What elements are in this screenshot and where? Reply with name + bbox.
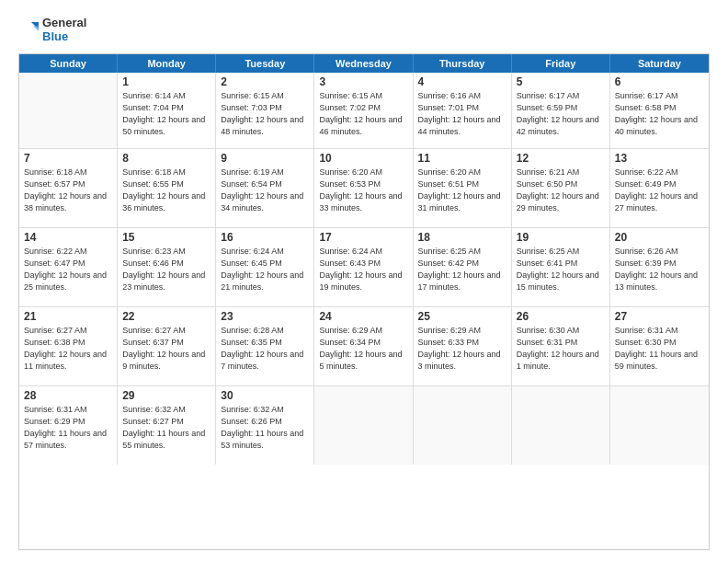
day-number: 29 [122,389,210,402]
day-number: 6 [615,75,704,88]
sun-info: Sunrise: 6:25 AMSunset: 6:41 PMDaylight:… [517,246,605,293]
calendar-row-1: 1Sunrise: 6:14 AMSunset: 7:04 PMDaylight… [19,73,709,148]
day-cell-27: 27Sunrise: 6:31 AMSunset: 6:30 PMDayligh… [610,307,709,385]
day-number: 22 [122,310,210,323]
day-cell-9: 9Sunrise: 6:19 AMSunset: 6:54 PMDaylight… [216,149,314,227]
day-number: 11 [418,152,506,165]
day-number: 25 [418,310,506,323]
empty-cell [414,386,512,465]
day-number: 18 [418,231,506,244]
sun-info: Sunrise: 6:27 AMSunset: 6:38 PMDaylight:… [24,325,112,373]
day-cell-15: 15Sunrise: 6:23 AMSunset: 6:46 PMDayligh… [118,228,216,306]
sun-info: Sunrise: 6:28 AMSunset: 6:35 PMDaylight:… [221,325,309,373]
calendar: SundayMondayTuesdayWednesdayThursdayFrid… [18,53,710,550]
logo-blue: Blue [42,30,86,44]
day-number: 7 [24,152,112,165]
day-number: 14 [24,231,112,244]
day-number: 19 [517,231,605,244]
day-number: 4 [418,75,506,88]
day-cell-26: 26Sunrise: 6:30 AMSunset: 6:31 PMDayligh… [512,307,610,385]
empty-cell [610,386,709,465]
calendar-row-2: 7Sunrise: 6:18 AMSunset: 6:57 PMDaylight… [19,148,709,227]
day-number: 3 [319,75,407,88]
day-cell-24: 24Sunrise: 6:29 AMSunset: 6:34 PMDayligh… [314,307,413,385]
sun-info: Sunrise: 6:26 AMSunset: 6:39 PMDaylight:… [615,246,704,293]
sun-info: Sunrise: 6:23 AMSunset: 6:46 PMDaylight:… [122,246,210,293]
svg-marker-1 [33,26,39,31]
sun-info: Sunrise: 6:21 AMSunset: 6:50 PMDaylight:… [517,167,605,214]
day-number: 12 [517,152,605,165]
day-cell-1: 1Sunrise: 6:14 AMSunset: 7:04 PMDaylight… [118,73,216,148]
sun-info: Sunrise: 6:22 AMSunset: 6:49 PMDaylight:… [615,167,704,214]
day-cell-13: 13Sunrise: 6:22 AMSunset: 6:49 PMDayligh… [610,149,709,227]
logo: General Blue [18,17,86,44]
sun-info: Sunrise: 6:29 AMSunset: 6:33 PMDaylight:… [418,325,506,373]
day-cell-29: 29Sunrise: 6:32 AMSunset: 6:27 PMDayligh… [118,386,216,465]
day-number: 23 [221,310,309,323]
sun-info: Sunrise: 6:15 AMSunset: 7:03 PMDaylight:… [221,90,309,138]
calendar-page: General Blue SundayMondayTuesdayWednesda… [0,0,728,563]
logo-text: General Blue [42,17,86,44]
sun-info: Sunrise: 6:32 AMSunset: 6:26 PMDaylight:… [221,404,309,452]
sun-info: Sunrise: 6:14 AMSunset: 7:04 PMDaylight:… [122,90,210,138]
day-cell-25: 25Sunrise: 6:29 AMSunset: 6:33 PMDayligh… [414,307,512,385]
day-cell-19: 19Sunrise: 6:25 AMSunset: 6:41 PMDayligh… [512,228,610,306]
sun-info: Sunrise: 6:17 AMSunset: 6:59 PMDaylight:… [517,90,605,138]
calendar-row-4: 21Sunrise: 6:27 AMSunset: 6:38 PMDayligh… [19,306,709,385]
sun-info: Sunrise: 6:31 AMSunset: 6:30 PMDaylight:… [615,325,704,373]
calendar-body: 1Sunrise: 6:14 AMSunset: 7:04 PMDaylight… [19,73,709,465]
sun-info: Sunrise: 6:32 AMSunset: 6:27 PMDaylight:… [122,404,210,452]
day-cell-5: 5Sunrise: 6:17 AMSunset: 6:59 PMDaylight… [512,73,610,148]
logo-general: General [42,17,86,30]
calendar-header: SundayMondayTuesdayWednesdayThursdayFrid… [19,54,709,73]
day-number: 20 [615,231,704,244]
empty-cell [512,386,610,465]
day-number: 15 [122,231,210,244]
sun-info: Sunrise: 6:22 AMSunset: 6:47 PMDaylight:… [24,246,112,293]
sun-info: Sunrise: 6:17 AMSunset: 6:58 PMDaylight:… [615,90,704,138]
header-day-sunday: Sunday [19,54,118,73]
day-cell-3: 3Sunrise: 6:15 AMSunset: 7:02 PMDaylight… [314,73,413,148]
day-cell-18: 18Sunrise: 6:25 AMSunset: 6:42 PMDayligh… [414,228,512,306]
day-number: 2 [221,75,309,88]
empty-cell [314,386,413,465]
day-cell-7: 7Sunrise: 6:18 AMSunset: 6:57 PMDaylight… [19,149,118,227]
day-cell-17: 17Sunrise: 6:24 AMSunset: 6:43 PMDayligh… [314,228,413,306]
day-number: 10 [319,152,407,165]
sun-info: Sunrise: 6:18 AMSunset: 6:55 PMDaylight:… [122,167,210,214]
day-number: 24 [319,310,407,323]
header-day-saturday: Saturday [610,54,709,73]
day-cell-12: 12Sunrise: 6:21 AMSunset: 6:50 PMDayligh… [512,149,610,227]
calendar-row-5: 28Sunrise: 6:31 AMSunset: 6:29 PMDayligh… [19,385,709,465]
day-number: 1 [122,75,210,88]
sun-info: Sunrise: 6:30 AMSunset: 6:31 PMDaylight:… [517,325,605,373]
day-cell-21: 21Sunrise: 6:27 AMSunset: 6:38 PMDayligh… [19,307,118,385]
day-number: 28 [24,389,112,402]
day-cell-30: 30Sunrise: 6:32 AMSunset: 6:26 PMDayligh… [216,386,314,465]
page-header: General Blue [18,17,710,44]
day-cell-20: 20Sunrise: 6:26 AMSunset: 6:39 PMDayligh… [610,228,709,306]
day-cell-2: 2Sunrise: 6:15 AMSunset: 7:03 PMDaylight… [216,73,314,148]
day-number: 17 [319,231,407,244]
header-day-thursday: Thursday [414,54,512,73]
day-number: 5 [517,75,605,88]
day-cell-23: 23Sunrise: 6:28 AMSunset: 6:35 PMDayligh… [216,307,314,385]
sun-info: Sunrise: 6:20 AMSunset: 6:53 PMDaylight:… [319,167,407,214]
day-cell-8: 8Sunrise: 6:18 AMSunset: 6:55 PMDaylight… [118,149,216,227]
sun-info: Sunrise: 6:19 AMSunset: 6:54 PMDaylight:… [221,167,309,214]
day-number: 30 [221,389,309,402]
day-number: 21 [24,310,112,323]
day-cell-6: 6Sunrise: 6:17 AMSunset: 6:58 PMDaylight… [610,73,709,148]
sun-info: Sunrise: 6:27 AMSunset: 6:37 PMDaylight:… [122,325,210,373]
sun-info: Sunrise: 6:15 AMSunset: 7:02 PMDaylight:… [319,90,407,138]
header-day-tuesday: Tuesday [216,54,314,73]
day-number: 16 [221,231,309,244]
sun-info: Sunrise: 6:29 AMSunset: 6:34 PMDaylight:… [319,325,407,373]
day-number: 13 [615,152,704,165]
day-number: 26 [517,310,605,323]
sun-info: Sunrise: 6:24 AMSunset: 6:45 PMDaylight:… [221,246,309,293]
empty-cell [19,73,118,148]
day-cell-28: 28Sunrise: 6:31 AMSunset: 6:29 PMDayligh… [19,386,118,465]
header-day-friday: Friday [512,54,610,73]
sun-info: Sunrise: 6:24 AMSunset: 6:43 PMDaylight:… [319,246,407,293]
